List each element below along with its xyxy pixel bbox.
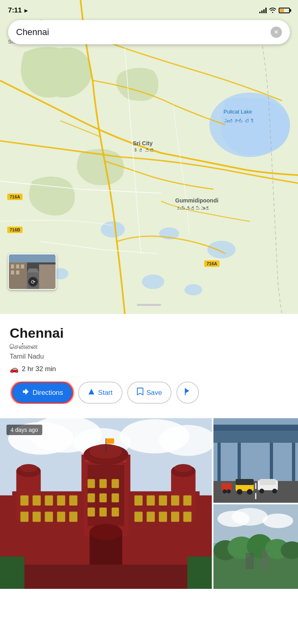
svg-rect-16 bbox=[11, 270, 14, 275]
drag-handle bbox=[137, 304, 161, 306]
nav-arrow-icon: ► bbox=[23, 7, 29, 14]
map-area[interactable]: Srikalahasti Pulicat Lake పులికాట్ లేక్ … bbox=[0, 0, 298, 314]
svg-rect-92 bbox=[236, 479, 254, 485]
wifi-icon bbox=[269, 7, 276, 14]
flag-icon bbox=[184, 388, 192, 398]
street-view-thumbnail[interactable]: ⟳ bbox=[8, 254, 56, 290]
svg-rect-18 bbox=[9, 254, 56, 262]
svg-marker-22 bbox=[89, 389, 94, 394]
save-icon bbox=[137, 388, 143, 398]
photo-main[interactable]: 4 days ago bbox=[0, 418, 212, 589]
svg-rect-39 bbox=[106, 438, 114, 444]
svg-point-93 bbox=[237, 489, 242, 495]
svg-rect-63 bbox=[112, 493, 119, 502]
directions-button[interactable]: Directions bbox=[11, 382, 73, 404]
svg-rect-66 bbox=[112, 508, 119, 516]
photo-bottom[interactable] bbox=[213, 504, 298, 589]
svg-point-101 bbox=[227, 489, 231, 493]
svg-rect-64 bbox=[87, 508, 95, 516]
svg-rect-87 bbox=[270, 443, 273, 483]
status-icons bbox=[259, 7, 290, 14]
svg-rect-49 bbox=[33, 495, 41, 506]
time-display: 7:11 bbox=[8, 6, 22, 14]
svg-rect-52 bbox=[69, 495, 77, 506]
svg-point-7 bbox=[184, 284, 202, 295]
svg-point-79 bbox=[90, 524, 122, 540]
svg-rect-13 bbox=[11, 264, 14, 268]
svg-point-94 bbox=[247, 489, 252, 495]
road-badge-716b: 716B bbox=[7, 227, 23, 233]
photo-timestamp: 4 days ago bbox=[6, 425, 42, 435]
svg-rect-59 bbox=[99, 479, 107, 488]
svg-point-106 bbox=[263, 514, 293, 528]
road-badge-716a-right: 716A bbox=[204, 260, 219, 267]
svg-rect-86 bbox=[238, 443, 241, 483]
svg-point-4 bbox=[207, 241, 236, 258]
svg-rect-85 bbox=[217, 443, 221, 483]
place-info-panel: Chennai சென்னை Tamil Nadu 🚗 2 hr 32 min … bbox=[0, 314, 298, 412]
svg-point-6 bbox=[142, 275, 164, 289]
photo-traffic-image bbox=[213, 418, 298, 503]
battery-icon bbox=[279, 8, 290, 13]
svg-rect-67 bbox=[135, 495, 143, 506]
directions-label: Directions bbox=[33, 389, 63, 397]
search-query[interactable]: Chennai bbox=[16, 27, 271, 37]
svg-rect-51 bbox=[57, 495, 65, 506]
more-button[interactable] bbox=[176, 382, 199, 404]
travel-time-value: 2 hr 32 min bbox=[22, 365, 56, 373]
svg-marker-10 bbox=[27, 268, 39, 272]
status-bar: 7:11 ► bbox=[0, 0, 298, 18]
svg-rect-54 bbox=[33, 512, 41, 522]
start-button[interactable]: Start bbox=[78, 382, 122, 404]
photos-section[interactable]: 4 days ago bbox=[0, 412, 298, 589]
svg-rect-57 bbox=[69, 512, 77, 522]
road-badge-716a-left: 716A bbox=[7, 194, 23, 200]
svg-rect-12 bbox=[39, 264, 56, 290]
status-time: 7:11 ► bbox=[8, 6, 29, 14]
svg-rect-50 bbox=[45, 495, 53, 506]
svg-rect-96 bbox=[260, 479, 276, 485]
street-view-image: ⟳ bbox=[9, 254, 56, 290]
svg-rect-24 bbox=[185, 388, 186, 395]
svg-rect-88 bbox=[292, 443, 295, 483]
svg-rect-15 bbox=[21, 264, 24, 268]
svg-rect-55 bbox=[45, 512, 53, 522]
save-button[interactable]: Save bbox=[127, 382, 172, 404]
svg-rect-70 bbox=[171, 495, 179, 506]
svg-rect-74 bbox=[159, 512, 167, 522]
travel-time: 🚗 2 hr 32 min bbox=[10, 365, 288, 374]
svg-rect-76 bbox=[183, 512, 191, 522]
svg-rect-72 bbox=[135, 512, 143, 522]
svg-point-98 bbox=[272, 489, 277, 493]
svg-rect-56 bbox=[57, 512, 65, 522]
place-state: Tamil Nadu bbox=[10, 353, 288, 361]
svg-rect-71 bbox=[183, 495, 191, 506]
save-label: Save bbox=[147, 389, 162, 397]
svg-point-105 bbox=[232, 508, 268, 526]
place-name-local: சென்னை bbox=[10, 343, 288, 351]
svg-rect-58 bbox=[87, 479, 95, 488]
svg-rect-99 bbox=[221, 483, 232, 490]
svg-rect-53 bbox=[21, 512, 29, 522]
svg-rect-68 bbox=[147, 495, 155, 506]
search-clear-button[interactable]: × bbox=[271, 27, 282, 38]
svg-rect-61 bbox=[87, 493, 95, 502]
photo-side[interactable] bbox=[213, 418, 298, 589]
svg-rect-77 bbox=[0, 565, 212, 589]
photo-top[interactable] bbox=[213, 418, 298, 503]
start-label: Start bbox=[98, 389, 113, 397]
svg-rect-73 bbox=[147, 512, 155, 522]
search-bar[interactable]: Chennai × bbox=[8, 20, 290, 44]
svg-rect-60 bbox=[112, 479, 119, 488]
svg-text:⟳: ⟳ bbox=[31, 279, 35, 285]
clear-icon: × bbox=[274, 29, 278, 35]
directions-icon bbox=[21, 388, 29, 398]
svg-rect-84 bbox=[213, 425, 298, 431]
svg-point-43 bbox=[20, 464, 38, 472]
svg-point-100 bbox=[223, 489, 227, 493]
photo-landscape-image bbox=[213, 504, 298, 589]
place-name: Chennai bbox=[10, 325, 288, 341]
start-icon bbox=[88, 388, 95, 397]
car-icon: 🚗 bbox=[10, 365, 19, 374]
svg-point-97 bbox=[259, 489, 264, 493]
